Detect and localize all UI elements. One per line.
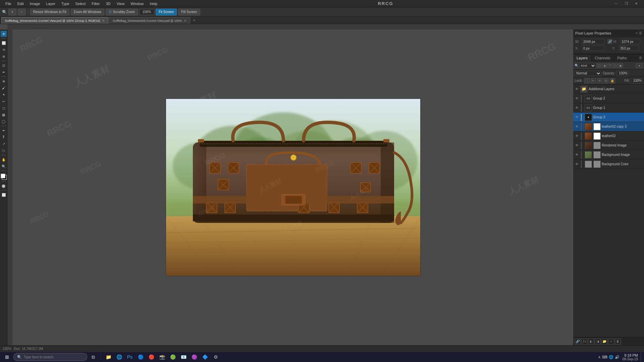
lock-artboard-button[interactable]: ⊟ <box>603 78 609 83</box>
layer-item[interactable]: 👁 Rendered Image <box>573 141 644 150</box>
clock[interactable]: 9:18 PM 08-Sep-19 <box>622 353 638 361</box>
resize-windows-button[interactable]: Resize Windows to Fit <box>30 9 69 15</box>
hand-tool[interactable]: ✋ <box>1 157 7 163</box>
menu-item-filter[interactable]: Filter <box>89 1 102 6</box>
lasso-tool[interactable]: ⟲ <box>1 47 7 53</box>
gradient-tool[interactable]: ▦ <box>1 112 7 118</box>
layer-mask-button[interactable]: ◐ <box>588 339 594 345</box>
layer-visibility-toggle[interactable]: 👁 <box>575 96 579 101</box>
layer-visibility-toggle[interactable]: 👁 <box>575 124 579 129</box>
blend-mode-select[interactable]: Normal <box>575 71 601 76</box>
layer-effects-button[interactable]: ƒx <box>581 339 587 345</box>
taskbar-app-icon-7[interactable]: 🔷 <box>200 352 210 362</box>
tab-active[interactable]: DuffleBag_Dimension01-Current View.psd @… <box>1 17 108 24</box>
taskbar-photoshop-icon[interactable]: Ps <box>125 352 135 362</box>
layer-link-button[interactable]: 🔗 <box>575 339 581 345</box>
menu-item-edit[interactable]: Edit <box>15 1 26 6</box>
fill-screen-button[interactable]: Fill Screen <box>178 9 200 15</box>
lock-pixels-button[interactable]: ✏ <box>591 78 596 83</box>
layer-visibility-toggle[interactable]: 👁 <box>575 143 579 148</box>
layer-visibility-toggle[interactable]: 👁 <box>575 153 579 157</box>
minimize-button[interactable]: ─ <box>611 0 621 7</box>
layer-folder-button[interactable]: 📁 <box>601 339 607 345</box>
shape-tool[interactable]: ⬡ <box>1 147 7 154</box>
restore-button[interactable]: ❐ <box>621 0 631 7</box>
menu-item-help[interactable]: Help <box>147 1 160 6</box>
layer-item[interactable]: 👁 📁 Additional Layers <box>573 84 644 94</box>
layer-visibility-toggle[interactable]: 👁 <box>575 134 579 138</box>
fit-screen-button[interactable]: Fit Screen <box>156 9 177 15</box>
menu-item-file[interactable]: File <box>3 1 14 6</box>
y-input[interactable] <box>619 46 639 51</box>
fill-input[interactable] <box>631 78 643 83</box>
taskbar-app-icon-8[interactable]: ⚙ <box>211 352 220 362</box>
tab-second[interactable]: DuffleBag_Dimension03-Current View.pad @… <box>109 17 190 24</box>
tray-keyboard-icon[interactable]: ⌨ <box>602 355 607 359</box>
layer-item[interactable]: 👁 Background Image <box>573 150 644 160</box>
layer-item[interactable]: 👁 leather02 <box>573 131 644 141</box>
aspect-lock-button[interactable]: 🔗 <box>607 39 612 44</box>
zoom-in-button[interactable]: + <box>8 9 16 15</box>
filter-pixel-icon[interactable]: ☐ <box>597 63 601 68</box>
eraser-tool[interactable]: ◻ <box>1 105 7 111</box>
taskbar-app-icon-6[interactable]: 🟣 <box>190 352 199 362</box>
filter-type-icon[interactable]: T <box>607 63 612 68</box>
filter-toggle-button[interactable]: ● <box>636 63 643 68</box>
width-input[interactable] <box>582 39 605 44</box>
tab-paths[interactable]: Paths <box>614 54 631 62</box>
tray-network-icon[interactable]: 🌐 <box>609 355 613 359</box>
eyedropper-tool[interactable]: ✒ <box>1 69 7 75</box>
layer-visibility-toggle[interactable]: 👁 <box>575 87 579 92</box>
layer-add-button[interactable]: + <box>608 339 614 345</box>
tab-second-close[interactable]: ✕ <box>184 19 186 22</box>
layer-delete-button[interactable]: 🗑 <box>615 339 621 345</box>
layer-item[interactable]: 👁 ■ Group 3 <box>573 113 644 122</box>
layer-item[interactable]: 👁 Background Color <box>573 160 644 169</box>
filter-shape-icon[interactable]: ⬡ <box>613 63 618 68</box>
lock-all-button[interactable]: 🔒 <box>610 78 615 83</box>
taskbar-app-icon-1[interactable]: 🔵 <box>136 352 145 362</box>
zoom-out-button[interactable]: − <box>18 9 26 15</box>
dodge-tool[interactable]: ◯ <box>1 118 7 124</box>
pen-tool[interactable]: ✒ <box>1 127 7 133</box>
taskbar-explorer-icon[interactable]: 📁 <box>104 352 113 362</box>
layer-visibility-toggle[interactable]: 👁 <box>575 162 579 167</box>
tab-active-close[interactable]: ✕ <box>102 19 105 22</box>
taskbar-app-icon-5[interactable]: 📧 <box>179 352 188 362</box>
tab-add-button[interactable]: + <box>191 17 197 24</box>
brush-tool[interactable]: 🖌 <box>1 85 7 91</box>
lock-transparent-button[interactable]: ⬚ <box>584 78 590 83</box>
quick-mask-button[interactable]: ⬤ <box>1 183 7 189</box>
taskbar-app-icon-2[interactable]: 🔴 <box>147 352 156 362</box>
layer-visibility-toggle[interactable]: 👁 <box>575 106 579 110</box>
scrubby-zoom-checkbox[interactable]: ☑ Scrubby Zoom <box>106 9 138 15</box>
menu-item-layer[interactable]: Layer <box>43 1 58 6</box>
quick-select-tool[interactable]: ⊛ <box>1 53 7 59</box>
taskbar-chrome-icon[interactable]: 🌐 <box>114 352 124 362</box>
tab-layers[interactable]: Layers <box>573 54 591 62</box>
zoom-tool[interactable]: 🔍 <box>1 163 7 169</box>
tab-channels[interactable]: Channels <box>591 54 614 62</box>
rect-select-tool[interactable]: ⬜ <box>1 40 7 46</box>
path-select-tool[interactable]: ↗ <box>1 141 7 147</box>
history-brush-tool[interactable]: ↩ <box>1 98 7 104</box>
show-desktop-button[interactable] <box>641 352 642 362</box>
lock-position-button[interactable]: ✛ <box>597 78 602 83</box>
color-boxes[interactable] <box>1 174 7 180</box>
layer-item[interactable]: 👁 G2 Group 2 <box>573 94 644 103</box>
taskbar-app-icon-4[interactable]: 🟢 <box>168 352 177 362</box>
close-button[interactable]: ✕ <box>631 0 641 7</box>
opacity-input[interactable] <box>616 71 629 76</box>
tray-up-arrow[interactable]: ∧ <box>598 355 601 359</box>
x-input[interactable] <box>582 46 605 51</box>
properties-expand-button[interactable]: » <box>636 31 638 35</box>
zoom-all-button[interactable]: Zoom All Windows <box>71 9 104 15</box>
zoom-input[interactable] <box>139 9 154 15</box>
task-view-button[interactable]: ⧉ <box>89 352 98 362</box>
menu-item-view[interactable]: View <box>114 1 127 6</box>
type-tool[interactable]: T <box>1 134 7 140</box>
taskbar-search-box[interactable]: 🔍 Type here to search <box>13 353 87 361</box>
menu-item-select[interactable]: Select <box>73 1 89 6</box>
filter-smart-icon[interactable]: ◉ <box>618 63 623 68</box>
taskbar-app-icon-3[interactable]: 📸 <box>157 352 167 362</box>
